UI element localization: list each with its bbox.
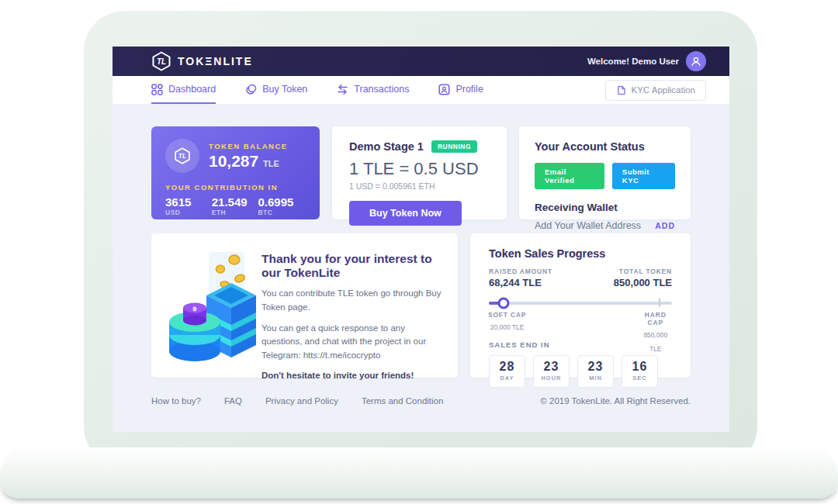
contribution-value: 21.549 xyxy=(212,195,258,209)
countdown-unit: MIN xyxy=(578,375,613,381)
countdown-value: 23 xyxy=(534,360,569,374)
kyc-button-label: KYC Application xyxy=(632,85,695,95)
account-status-card: Your Account Status Email Verified Submi… xyxy=(519,126,691,219)
nav-item-dashboard[interactable]: Dashboard xyxy=(151,76,216,104)
nav-item-profile[interactable]: Profile xyxy=(438,76,483,104)
token-balance-unit: TLE xyxy=(263,159,279,168)
countdown-value: 28 xyxy=(490,360,525,374)
laptop-base xyxy=(0,447,838,499)
running-status-badge: RUNNING xyxy=(431,140,477,153)
email-verified-badge[interactable]: Email Verified xyxy=(535,163,604,189)
thank-you-card: ฿ Thank you for your interest to our Tok… xyxy=(151,233,458,378)
countdown-unit: HOUR xyxy=(534,375,569,381)
soft-cap-marker: SOFT CAP 20,000 TLE xyxy=(488,311,526,333)
dashboard-screen: TL TOKΞNLITE Welcome! Demo User xyxy=(113,47,729,432)
person-icon xyxy=(691,56,701,67)
hard-cap-label: HARD CAP xyxy=(643,311,667,326)
user-avatar[interactable] xyxy=(686,51,706,71)
contribution-usd: 3615 USD xyxy=(165,195,212,216)
hard-cap-tick xyxy=(659,299,660,307)
dashboard-content: TL TOKEN BALANCE 10,287 TLE YOUR CONTRIB… xyxy=(113,105,729,432)
slider-knob[interactable] xyxy=(497,298,509,309)
slider-track xyxy=(489,302,672,305)
token-balance-amount: 10,287 xyxy=(209,152,258,170)
countdown-hours: 23 HOUR xyxy=(533,355,570,388)
tokenlite-hex-logo-icon: TL xyxy=(151,51,171,71)
main-nav: Dashboard Buy Token Tran xyxy=(113,76,729,105)
add-wallet-link[interactable]: ADD xyxy=(655,221,675,230)
countdown-days: 28 DAY xyxy=(489,355,525,388)
thank-you-invite-text: Don't hesitate to invite your friends! xyxy=(261,371,442,380)
token-rate: 1 TLE = 0.5 USD xyxy=(349,159,490,179)
footer-link-terms[interactable]: Terms and Condition xyxy=(362,396,443,406)
countdown-unit: SEC xyxy=(622,375,657,381)
nav-label: Buy Token xyxy=(262,84,307,95)
countdown-seconds: 16 SEC xyxy=(622,355,658,388)
contribution-currency: USD xyxy=(165,209,212,216)
tokenlite-hex-icon: TL xyxy=(174,147,191,164)
contribution-value: 0.6995 xyxy=(258,195,304,209)
contribution-btc: 0.6995 BTC xyxy=(258,195,304,216)
token-sales-progress-card: Token Sales Progress RAISED AMOUNT TOTAL… xyxy=(470,233,691,378)
svg-text:TL: TL xyxy=(157,57,166,66)
total-token-label: TOTAL TOKEN xyxy=(619,268,672,275)
kyc-document-icon xyxy=(616,85,626,95)
dashboard-footer: How to buy? FAQ Privacy and Policy Terms… xyxy=(151,396,691,406)
nav-item-transactions[interactable]: Transactions xyxy=(337,76,409,104)
receiving-wallet-title: Receiving Wallet xyxy=(535,202,675,213)
nav-label: Transactions xyxy=(354,84,409,95)
coins-icon xyxy=(245,84,257,95)
soft-cap-label: SOFT CAP xyxy=(488,311,526,319)
countdown-value: 23 xyxy=(578,360,613,374)
soft-cap-value: 20,000 TLE xyxy=(490,323,525,331)
submit-kyc-badge[interactable]: Submit KYC xyxy=(612,163,675,189)
raised-amount-label: RAISED AMOUNT xyxy=(489,268,552,275)
token-stage-card: Demo Stage 1 RUNNING 1 TLE = 0.5 USD 1 U… xyxy=(332,126,507,219)
contribution-value: 3615 xyxy=(165,195,212,209)
dashboard-grid-icon xyxy=(151,84,163,95)
footer-link-faq[interactable]: FAQ xyxy=(224,396,242,406)
token-balance-card: TL TOKEN BALANCE 10,287 TLE YOUR CONTRIB… xyxy=(151,126,320,219)
tokens-illustration: ฿ xyxy=(162,246,261,365)
page: TL TOKΞNLITE Welcome! Demo User xyxy=(0,0,838,504)
svg-text:฿: ฿ xyxy=(192,306,197,312)
buy-token-now-button[interactable]: Buy Token Now xyxy=(349,201,462,226)
nav-label: Dashboard xyxy=(168,84,216,95)
contribution-label: YOUR CONTRIBUTION IN xyxy=(165,183,306,192)
copyright-text: © 2019 TokenLite. All Right Reserved. xyxy=(540,396,691,406)
welcome-user-text: Welcome! Demo User xyxy=(587,57,679,66)
hard-cap-value: 850,000 TLE xyxy=(643,331,667,353)
hard-cap-marker: HARD CAP 850,000 TLE xyxy=(643,311,667,354)
kyc-application-button[interactable]: KYC Application xyxy=(605,80,706,101)
thank-you-title: Thank you for your interest to our Token… xyxy=(261,252,442,280)
thank-you-paragraph-2: You can get a quick response to any ques… xyxy=(261,322,442,363)
countdown-unit: DAY xyxy=(490,375,525,381)
countdown-minutes: 23 MIN xyxy=(577,355,614,388)
app-header: TL TOKΞNLITE Welcome! Demo User xyxy=(113,47,729,76)
total-token-value: 850,000 TLE xyxy=(614,277,672,288)
contribution-currency: BTC xyxy=(258,209,304,216)
countdown-timer: 28 DAY 23 HOUR 23 MIN 16 xyxy=(489,355,672,388)
footer-link-how-to-buy[interactable]: How to buy? xyxy=(151,396,201,406)
brand-name: TOKΞNLITE xyxy=(178,55,253,67)
contribution-eth: 21.549 ETH xyxy=(212,195,258,216)
contribution-currency: ETH xyxy=(212,209,258,216)
footer-link-privacy[interactable]: Privacy and Policy xyxy=(265,396,338,406)
profile-card-icon xyxy=(438,84,450,95)
raised-amount-value: 68,244 TLE xyxy=(489,277,542,288)
sales-progress-slider xyxy=(489,298,672,309)
nav-item-buy-token[interactable]: Buy Token xyxy=(245,76,307,104)
account-status-title: Your Account Status xyxy=(535,140,675,153)
token-balance-label: TOKEN BALANCE xyxy=(209,142,288,150)
nav-label: Profile xyxy=(455,84,483,95)
countdown-value: 16 xyxy=(622,360,657,374)
thank-you-paragraph-1: You can contribute TLE token go through … xyxy=(261,287,442,315)
swap-arrows-icon xyxy=(337,84,348,95)
token-sub-rate: 1 USD = 0.005961 ETH xyxy=(349,181,490,191)
token-logo-bubble: TL xyxy=(165,139,199,173)
brand-logo[interactable]: TL TOKΞNLITE xyxy=(151,51,253,71)
svg-text:TL: TL xyxy=(178,152,186,160)
wallet-address-text: Add Your Wallet Address xyxy=(535,220,641,231)
stage-title: Demo Stage 1 xyxy=(349,140,424,153)
sales-progress-title: Token Sales Progress xyxy=(489,247,672,260)
